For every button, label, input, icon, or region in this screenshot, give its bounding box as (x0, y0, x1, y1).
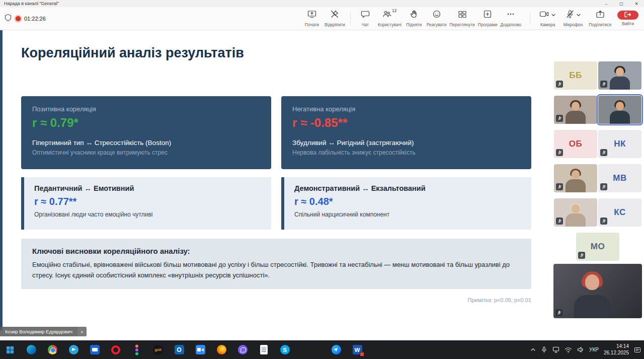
participant-tile[interactable] (554, 198, 597, 227)
spotlight-video-tile[interactable] (553, 264, 642, 318)
participant-tile[interactable]: НК (598, 130, 641, 158)
mic-muted-icon (556, 183, 563, 190)
positive-correlation-card: Позитивна кореляція r ≈ 0.79* Гіпертимни… (21, 96, 271, 169)
correlation-value: r ≈ 0.48* (294, 196, 521, 207)
silhouette-body (574, 295, 610, 318)
silhouette-head (572, 102, 580, 110)
raise-hand-button[interactable]: Підняти (403, 7, 425, 30)
word-icon[interactable]: W (351, 344, 363, 356)
ellipsis-icon (506, 10, 515, 21)
tray-time: 14:14 (604, 343, 629, 350)
plus-icon[interactable]: + (77, 327, 87, 336)
smiley-icon (432, 10, 441, 21)
participants-button[interactable]: 12 Користувачі (376, 7, 403, 30)
raise-hand-icon (410, 10, 419, 21)
share-label: Поділитися (589, 22, 611, 27)
mic-muted-icon (556, 149, 563, 156)
camera-button[interactable]: Камера (537, 7, 559, 30)
view-button[interactable]: Переглянути (448, 7, 476, 30)
card-description: Нервова лабільність знижує стресостійкіс… (292, 149, 520, 156)
microphone-button[interactable]: Мікрофон (562, 7, 585, 30)
minimize-button[interactable]: – (599, 0, 614, 7)
mail-app-icon[interactable] (89, 344, 101, 356)
chrome-browser-icon[interactable] (46, 344, 58, 356)
correlation-card: Демонстративний ↔ Екзальтований r ≈ 0.48… (281, 177, 531, 230)
correlation-value: r ≈ -0.85** (292, 116, 520, 130)
unpin-button[interactable]: Відкріпити (323, 7, 347, 30)
taskbar-clock[interactable]: 14:14 26.12.2025 (604, 343, 629, 356)
active-speaker-tile[interactable] (598, 96, 641, 124)
participant-tiles-grid: ББ (551, 61, 644, 261)
toolbar-divider (350, 12, 351, 25)
share-button[interactable]: Поділитися (587, 7, 613, 30)
tray-mic-icon[interactable] (541, 346, 547, 353)
tray-speaker-icon[interactable] (577, 346, 584, 353)
chat-button[interactable]: Чат (354, 7, 376, 30)
participant-initials: МО (591, 242, 605, 252)
start-presenting-button[interactable]: Почати (301, 7, 323, 30)
mic-muted-icon (555, 309, 562, 316)
firefox-browser-icon[interactable] (215, 344, 227, 356)
leave-button[interactable]: Вийти (616, 7, 640, 30)
action-center-icon[interactable] (634, 346, 641, 353)
messenger-icon[interactable] (330, 344, 342, 356)
participant-initials: НК (614, 139, 626, 149)
toolbar-button-label: Чат (362, 22, 369, 27)
correlation-value: r ≈ 0.77** (34, 196, 261, 207)
participant-tile[interactable]: МО (576, 233, 619, 261)
participant-tile[interactable]: КС (598, 198, 641, 227)
react-button[interactable]: Реагувати (425, 7, 448, 30)
apps-plus-icon (483, 10, 492, 21)
silhouette-head (572, 170, 580, 179)
participant-video-silhouette (598, 96, 641, 124)
participant-tile[interactable] (554, 164, 597, 192)
participant-tile[interactable]: МВ (598, 164, 641, 192)
edge-browser-icon[interactable] (25, 344, 37, 356)
apps-button[interactable]: Програми (476, 7, 499, 30)
viber-icon[interactable] (236, 344, 249, 356)
correlation-value: r ≈ 0.79* (32, 116, 260, 130)
participant-tile[interactable]: ББ (554, 61, 597, 90)
language-indicator[interactable]: УКР (589, 347, 599, 352)
findings-title: Ключові висновки кореляційного аналізу: (32, 247, 520, 255)
more-options-button[interactable]: Додатково (499, 7, 523, 30)
skype-icon[interactable]: S (279, 344, 291, 356)
meeting-toolbar: 01:22:26 Почати Відкріпити Чат 12 К (0, 7, 644, 30)
notepad-icon[interactable] (258, 344, 270, 356)
mic-muted-icon (600, 218, 607, 225)
microphone-label: Мікрофон (564, 22, 583, 27)
negative-correlation-card: Негативна кореляція r ≈ -0.85** Збудливи… (281, 96, 531, 169)
mic-muted-icon (600, 149, 607, 156)
meeting-stage: Кореляційний аналіз результатів Позитивн… (0, 30, 644, 340)
correlation-dark-cards: Позитивна кореляція r ≈ 0.79* Гіпертимни… (21, 96, 531, 169)
windows-taskbar: goit O S W УКР 14:14 26.12.2025 (0, 340, 644, 359)
opera-browser-icon[interactable] (110, 344, 122, 356)
telegram-icon[interactable] (67, 344, 79, 356)
tray-chevron-up-icon[interactable] (530, 347, 536, 352)
chevron-down-icon[interactable] (551, 11, 556, 20)
toolbar-divider (530, 12, 530, 25)
close-button[interactable]: ✕ (629, 0, 644, 7)
presenter-name-tag[interactable]: Козир Володимир Едуардович + (0, 327, 87, 336)
toolbar-button-label: Користувачі (378, 22, 401, 27)
maximize-button[interactable]: ▢ (614, 0, 629, 7)
video-meeting-app-icon[interactable] (194, 344, 206, 356)
outlook-icon[interactable]: O (173, 344, 185, 356)
goit-icon[interactable]: goit (152, 344, 164, 356)
participant-tile[interactable] (554, 96, 597, 124)
tray-wifi-icon[interactable] (565, 347, 572, 353)
chevron-down-icon[interactable] (576, 11, 581, 20)
grid-view-icon (458, 10, 467, 21)
participant-tile[interactable] (598, 61, 641, 90)
participant-tile[interactable]: ОБ (554, 130, 597, 158)
correlation-light-cards: Педантичний ↔ Емотивний r ≈ 0.77** Орган… (21, 177, 531, 230)
participants-count-badge: 12 (392, 8, 396, 13)
tray-network-icon[interactable] (552, 346, 559, 353)
recording-indicator: 01:22:26 (4, 7, 46, 30)
toolbar-button-label: Відкріпити (325, 22, 345, 27)
mic-muted-icon (556, 115, 563, 122)
figma-icon[interactable] (131, 344, 143, 356)
leave-pill[interactable] (617, 11, 638, 20)
participant-initials: ОБ (569, 139, 582, 149)
windows-start-button[interactable] (4, 344, 16, 356)
